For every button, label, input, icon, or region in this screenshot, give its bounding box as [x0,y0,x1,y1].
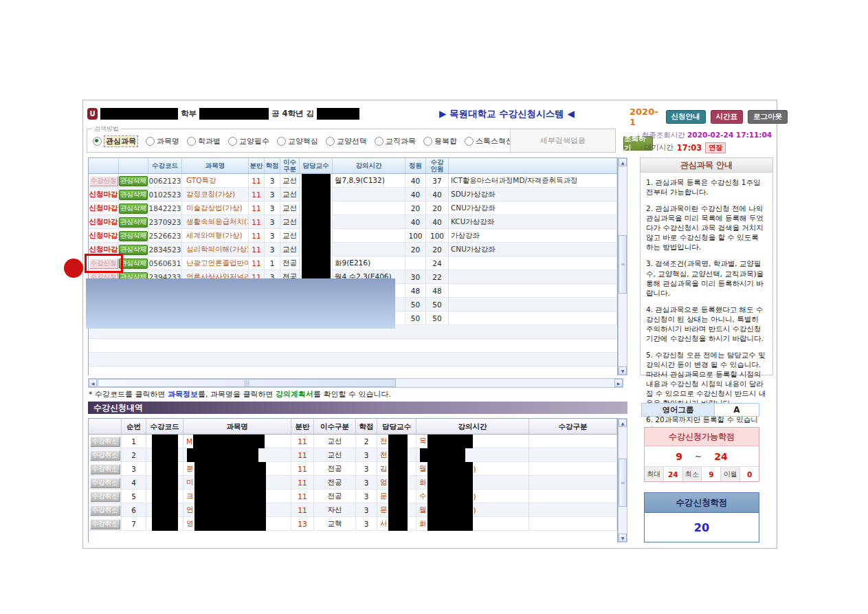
category-cell: 교선 [282,217,297,227]
redacted-professor [302,215,331,229]
cancel-button[interactable]: 수강취소 [90,519,120,529]
redacted-time [427,490,473,503]
course-name[interactable]: 미술감상법(가상) [184,204,243,213]
guide-button[interactable]: 신청안내 [666,110,706,124]
course-code[interactable]: 0560631 [149,259,181,267]
search-option-5[interactable]: 교양선택 [326,136,367,146]
course-name[interactable]: 생활속의응급처치(가상) [184,217,248,227]
time-cell [416,448,529,462]
enrolled-header-cell: 학점 [356,419,377,434]
capacity-cell: 20 [405,243,426,256]
course-name-prefix: 크 [186,492,194,501]
favorite-delete-button[interactable]: 관심삭제 [119,245,148,255]
notice-item: 3. 검색조건(과목명, 학과별, 교양필수, 교양핵심, 교양선택, 교직과목… [646,259,767,297]
note-cell: CNU가상강좌 [449,243,617,256]
favorite-delete-button[interactable]: 관심삭제 [119,190,148,200]
enrolled-count-cell: 24 [426,256,449,270]
search-fieldset: 관심과목과목명학과별교양필수교양핵심교양선택교직과목융복합스톡스혁신교과 세부검… [87,129,616,153]
favorite-delete-button[interactable]: 관심삭제 [119,217,148,228]
time-cell: 월) [416,503,529,517]
search-option-4[interactable]: 교양핵심 [277,136,318,146]
course-name-cell: 영 [183,517,291,531]
course-name[interactable]: 감정코칭(가상) [184,190,235,199]
course-header-cell: 수강 인원 [426,158,449,173]
credit-cell: 3 [270,177,275,185]
cancel-cell: 수강취소 [89,517,122,531]
credit-cell: 1 [270,259,275,267]
course-code: 2526623 [148,229,182,243]
search-option-3[interactable]: 교양필수 [228,136,269,146]
course-name[interactable]: 세계와여행(가상) [184,231,243,241]
enrolled-table-vscrollbar[interactable]: ▲ ≡ ▼ [618,418,627,542]
cancel-button[interactable]: 수강취소 [90,492,120,502]
favorite-delete-button[interactable]: 관심삭제 [119,204,148,214]
category-cell: 교선 [280,215,300,229]
note-cell [449,311,617,325]
redacted-time [427,435,473,448]
redacted-professor [302,201,331,215]
redacted-professor [388,462,408,476]
time-suffix: ) [474,506,476,514]
enrolled-row: 수강취소4미11전공3엄화 [89,476,617,490]
search-option-1[interactable]: 과목명 [146,136,179,146]
timetable-button[interactable]: 시간표 [711,110,744,124]
detail-filter-box[interactable]: 세부검색없음 [510,129,615,152]
favorite-delete-button[interactable]: 관심삭제 [119,176,148,186]
course-info-link[interactable]: 과목정보 [168,390,198,399]
professor-prefix: 천 [380,450,388,460]
category-cell: 교선 [314,435,356,448]
cancel-button[interactable]: 수강취소 [90,478,120,488]
favorite-delete-button[interactable]: 관심삭제 [119,231,148,241]
course-name: 생활속의응급처치(가상) [182,215,249,229]
section-cell: 11 [252,190,260,199]
type-cell [529,448,617,462]
course-code[interactable]: 1842223 [149,204,181,212]
redacted-time [420,448,465,462]
cancel-button[interactable]: 수강취소 [90,450,120,461]
course-code[interactable]: 0062123 [149,177,181,185]
syllabus-link[interactable]: 강의계획서 [276,390,313,399]
category-cell: 자선 [314,503,356,517]
favorite-cell: 관심삭제 [119,201,148,215]
search-option-2[interactable]: 학과별 [187,136,221,146]
credit-cell: 3 [265,229,280,243]
course-code[interactable]: 2526623 [149,232,181,240]
seq-cell: 3 [122,462,146,476]
credit-cell: 3 [270,190,275,199]
course-name-cell [183,448,291,462]
course-name[interactable]: 심리학의이해(가상) [184,245,248,254]
course-table-vscrollbar[interactable]: ▲ ≡ ▼ [618,157,627,375]
capacity-cell: 50 [405,298,426,311]
professor-cell: 문 [377,490,416,503]
cancel-button[interactable]: 수강취소 [90,464,120,474]
course-row: 신청마감관심삭제2370923생활속의응급처치(가상)113교선4040KCU가… [89,215,617,229]
course-row: 신청마감관심삭제2526623세계와여행(가상)113교선100100가상강좌 [89,229,617,243]
cancel-button[interactable]: 수강취소 [90,505,120,516]
extend-button[interactable]: 연장 [705,142,726,153]
capacity-cell [405,256,426,270]
favorite-delete-button[interactable]: 관심삭제 [119,259,148,269]
search-option-6[interactable]: 교직과목 [375,136,416,146]
course-table-body: 수강신청관심삭제0062123GTQ특강113교선월7,8,9(C132)403… [89,174,617,375]
search-option-label: 교양핵심 [288,136,318,146]
search-option-0[interactable]: 관심과목 [93,135,138,147]
search-option-7[interactable]: 융복합 [423,136,457,146]
credit-cell: 3 [265,188,280,201]
apply-button[interactable]: 수강신청 [89,176,118,186]
credit-cell: 3 [364,465,369,473]
course-code[interactable]: 2834523 [149,245,181,254]
credit-cell: 3 [265,201,280,215]
course-code[interactable]: 2370923 [149,218,181,226]
favorite-cell: 관심삭제 [119,174,148,188]
professor-cell [300,201,333,215]
course-table-hscrollbar[interactable]: ◀ ||| ▶ [88,378,623,388]
section-cell: 11 [249,229,265,243]
course-name[interactable]: GTQ특강 [184,176,216,186]
redacted-name [194,476,266,490]
course-name: GTQ특강 [182,174,249,188]
course-code[interactable]: 0102523 [149,190,181,199]
logout-button[interactable]: 로그아웃 [748,110,788,124]
course-name[interactable]: 난광고언론졸업반이다 [184,259,248,268]
redaction-overlay [86,278,395,329]
cancel-button[interactable]: 수강취소 [90,437,120,447]
